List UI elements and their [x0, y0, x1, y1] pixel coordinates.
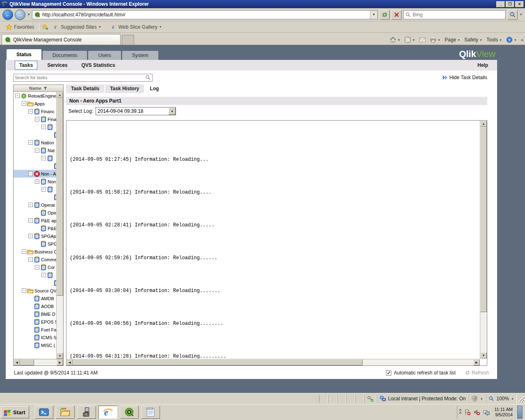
collapse-expander-icon[interactable]: − — [28, 203, 33, 207]
tree-item[interactable]: − Financ — [14, 107, 56, 115]
scroll-down-icon[interactable]: ▼ — [57, 353, 63, 359]
tree-item[interactable]: − — [14, 131, 56, 139]
close-button[interactable]: ✕ — [515, 1, 524, 7]
address-dropdown-button[interactable]: ▼ — [370, 11, 377, 19]
quick-launch-button[interactable] — [141, 406, 160, 419]
read-mail-button[interactable] — [419, 37, 426, 43]
auto-refresh-checkbox[interactable]: ✓ — [386, 370, 391, 376]
qmc-sub-tab[interactable]: Tasks — [15, 61, 37, 70]
command-menu-item[interactable]: Page▼ — [445, 37, 460, 43]
back-button[interactable]: ← — [2, 9, 13, 20]
tree-item[interactable]: − — [14, 271, 56, 279]
scroll-up-icon[interactable]: ▲ — [480, 121, 487, 127]
show-desktop-button[interactable] — [517, 406, 523, 419]
collapse-expander-icon[interactable]: − — [22, 101, 26, 106]
tree-item[interactable]: − Non - A — [14, 170, 56, 178]
tree-item[interactable]: − Cor — [14, 263, 56, 271]
quick-launch-button[interactable]: e — [98, 406, 117, 419]
qmc-main-tab[interactable]: Documents — [43, 51, 87, 60]
collapse-expander-icon[interactable]: − — [35, 179, 39, 184]
tree-item[interactable]: − Fuel Fa — [14, 326, 56, 333]
qmc-main-tab[interactable]: Status — [7, 49, 41, 60]
address-input[interactable] — [42, 12, 368, 18]
tree-item[interactable]: − — [14, 162, 56, 170]
hide-task-details-button[interactable]: Hide Task Details — [442, 75, 487, 80]
collapse-expander-icon[interactable]: − — [35, 117, 39, 121]
collapse-expander-icon[interactable]: − — [35, 148, 39, 153]
scroll-left-icon[interactable]: ◀ — [66, 359, 73, 365]
qmc-main-tab[interactable]: Users — [88, 51, 121, 60]
stop-button[interactable] — [391, 10, 402, 20]
feeds-button[interactable]: ▼ — [404, 37, 415, 43]
scroll-down-icon[interactable]: ▼ — [480, 352, 487, 358]
browser-tab[interactable]: QlikView Management Console — [2, 34, 121, 45]
tree-item[interactable]: − Fina — [14, 115, 56, 123]
tree-item[interactable]: − P&E — [14, 224, 56, 232]
tray-chevron-icon[interactable]: ^^ — [459, 409, 461, 415]
favorites-bar-item[interactable]: e Web Slice Gallery ▼ — [109, 23, 164, 31]
overflow-chevron-icon[interactable]: » — [521, 37, 523, 42]
tree-item[interactable]: − Operat — [14, 201, 56, 209]
qmc-sub-tab[interactable]: Services — [43, 61, 71, 69]
forward-button[interactable]: → — [15, 9, 25, 20]
refresh-button[interactable] — [379, 10, 390, 20]
scrollbar-thumb[interactable] — [57, 98, 63, 296]
tree-item[interactable]: − ICMS S — [14, 333, 56, 341]
collapse-expander-icon[interactable]: − — [41, 187, 46, 192]
chevron-down-icon[interactable]: ▼ — [169, 107, 176, 115]
tree-vertical-scrollbar[interactable]: ▲ ▼ — [56, 92, 63, 359]
tree-item[interactable]: − Business C — [14, 248, 56, 256]
minimize-button[interactable]: _ — [496, 1, 505, 7]
task-search-input[interactable] — [15, 75, 145, 80]
detail-tab[interactable]: Task History — [105, 84, 144, 93]
quick-launch-button[interactable] — [77, 406, 96, 419]
network-icon[interactable] — [483, 409, 490, 415]
tree-item[interactable]: − Non — [14, 178, 56, 185]
start-button[interactable]: Start — [1, 406, 29, 418]
tree-item[interactable]: − Source QV — [14, 287, 56, 294]
scroll-left-icon[interactable]: ◀ — [14, 359, 20, 365]
favorites-button[interactable]: Favorites — [3, 23, 37, 31]
detail-tab[interactable]: Log — [145, 84, 164, 93]
scrollbar-thumb[interactable] — [73, 359, 363, 365]
help-link[interactable]: Help — [477, 62, 488, 68]
collapse-expander-icon[interactable]: − — [41, 125, 46, 129]
tree-item[interactable]: − Nation — [14, 139, 56, 146]
collapse-expander-icon[interactable]: − — [22, 249, 26, 254]
tree-header[interactable]: Name — [14, 85, 63, 92]
add-favorite-icon[interactable] — [42, 24, 48, 30]
tree-item[interactable]: − — [14, 154, 56, 162]
scrollbar-thumb[interactable] — [480, 127, 487, 312]
tree-item[interactable]: − Nat — [14, 146, 56, 154]
tree-item[interactable]: − ReloadEngine — [14, 92, 56, 100]
quick-launch-button[interactable] — [120, 406, 139, 419]
quick-launch-button[interactable] — [34, 406, 53, 419]
log-vertical-scrollbar[interactable]: ▲ ▼ — [480, 121, 487, 358]
filter-icon[interactable] — [43, 86, 48, 91]
home-button[interactable]: ▼ — [390, 37, 400, 43]
collapse-expander-icon[interactable]: − — [28, 234, 33, 238]
search-go-button[interactable] — [507, 10, 518, 20]
new-tab-stub[interactable] — [122, 35, 134, 45]
favorites-bar-item[interactable]: e Suggested Sites ▼ — [51, 23, 103, 31]
collapse-expander-icon[interactable]: − — [41, 273, 46, 277]
scrollbar-thumb[interactable] — [20, 359, 34, 365]
tree-item[interactable]: − Ope — [14, 209, 56, 217]
tree-item[interactable]: − AODB — [14, 302, 56, 310]
command-menu-item[interactable]: Tools▼ — [486, 37, 502, 43]
help-menu-button[interactable]: ?▼ — [506, 37, 517, 43]
log-horizontal-scrollbar[interactable]: ◀ ▶ — [66, 359, 480, 365]
resize-grip[interactable] — [518, 395, 524, 402]
collapse-expander-icon[interactable]: − — [35, 265, 39, 269]
zoom-segment[interactable]: 100% ▼ — [486, 395, 517, 403]
collapse-expander-icon[interactable]: − — [28, 257, 33, 262]
scroll-right-icon[interactable]: ▶ — [473, 359, 480, 365]
collapse-expander-icon[interactable]: − — [22, 288, 26, 293]
tray-clock[interactable]: 11:11 AM 9/5/2014 — [493, 407, 514, 418]
tree-item[interactable]: − EPOS S — [14, 318, 56, 326]
log-select-dropdown[interactable]: 2014-09-04 09:39:18 ▼ — [96, 107, 176, 115]
tree-item[interactable]: − BME D — [14, 310, 56, 318]
tree-item[interactable]: − — [14, 279, 56, 287]
print-button[interactable]: ▼ — [430, 37, 441, 43]
tree-item[interactable]: − MISC ( — [14, 341, 56, 349]
